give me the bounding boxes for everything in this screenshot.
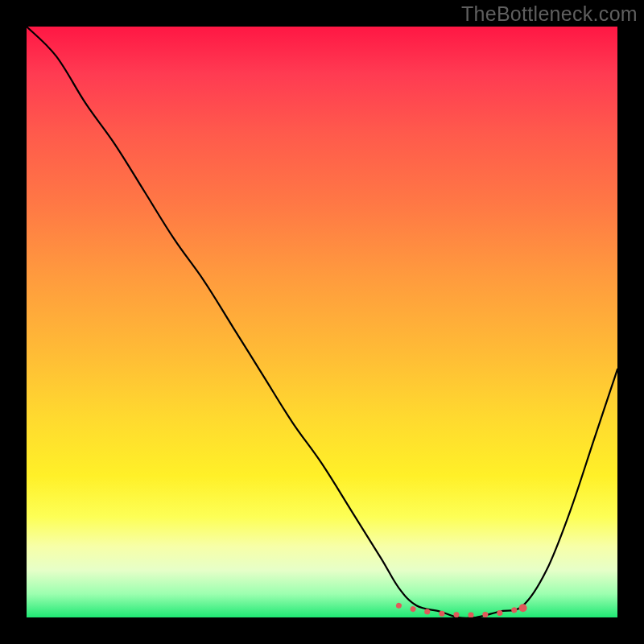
curve-svg xyxy=(27,27,617,617)
watermark-text: TheBottleneck.com xyxy=(461,2,638,26)
plot-area xyxy=(27,27,617,617)
optimal-range-end-dot xyxy=(519,604,527,612)
bottleneck-curve xyxy=(27,27,617,617)
chart-stage: TheBottleneck.com xyxy=(0,0,644,644)
